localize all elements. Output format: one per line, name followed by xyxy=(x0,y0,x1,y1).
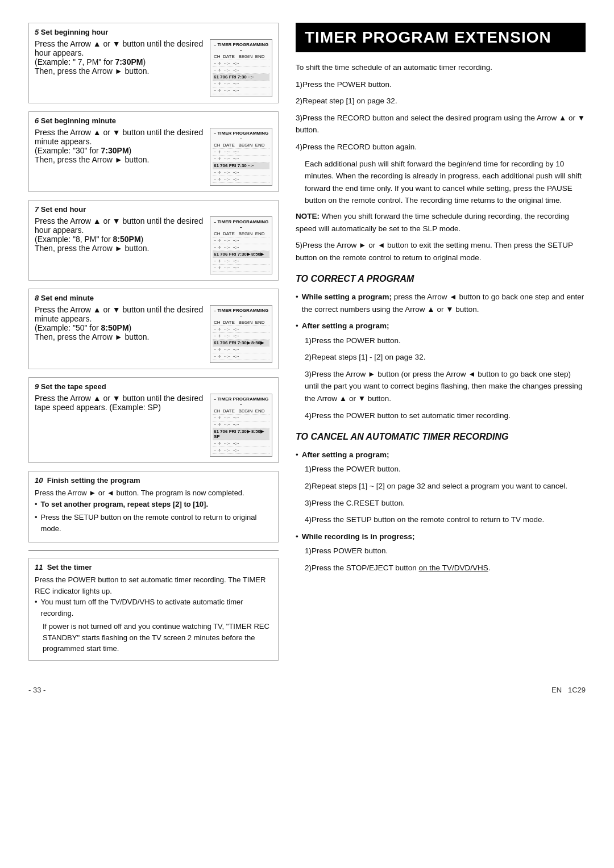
page-layout: 5 Set beginning hour Press the Arrow ▲ o… xyxy=(28,23,586,669)
left-divider xyxy=(28,550,279,551)
step9-num: 9 xyxy=(35,382,39,391)
td9-row-3: 61 706 FRI 7:30▶ 8:50▶ SP xyxy=(213,428,269,440)
cancel-after-step1: 1)Press the POWER button. xyxy=(305,463,586,475)
right-intro: To shift the time schedule of an automat… xyxy=(296,61,586,74)
td9-row-1: ·· ·/· ··:·· ··:·· xyxy=(213,415,269,422)
cancel-after-step4: 4)Press the SETUP button on the remote c… xyxy=(305,514,586,526)
step10-text: Press the Arrow ► or ◄ button. The progr… xyxy=(35,487,272,499)
step8-display-title: – TIMER PROGRAMMING – xyxy=(213,308,269,318)
step7-display-title: – TIMER PROGRAMMING – xyxy=(213,219,269,229)
td8-row-5: ·· ·/· ··:·· ··:·· xyxy=(213,353,269,360)
step7-text: Press the Arrow ▲ or ▼ button until the … xyxy=(35,216,205,253)
correct-title: TO CORRECT A PROGRAM xyxy=(296,272,586,286)
step7-bold: 8:50PM xyxy=(113,235,141,244)
correct-after-steps: 1)Press the POWER button. 2)Repeat steps… xyxy=(305,335,586,422)
cancel-after-label: After setting a program; xyxy=(302,449,389,461)
td6-row-5: ·· ·/· ··:·· ··:·· xyxy=(213,176,269,183)
cancel-after-step3: 3)Press the C.RESET button. xyxy=(305,497,586,510)
step8-text: Press the Arrow ▲ or ▼ button until the … xyxy=(35,305,205,341)
step9-display: – TIMER PROGRAMMING – CH DATE BEGIN END … xyxy=(210,394,272,457)
cancel-title-text: TO CANCEL AN AUTOMATIC TIMER RECORDING xyxy=(296,432,509,441)
cancel-while-label: While recording is in progress; xyxy=(302,531,415,543)
step11-header: 11 Set the timer xyxy=(35,563,272,571)
bullet-dot-cancel1: • xyxy=(296,449,298,461)
right-step4-detail: Each additional push will shift forward … xyxy=(305,158,586,207)
correct-after-step4: 4)Press the POWER button to set automati… xyxy=(305,410,586,422)
step6-display-title: – TIMER PROGRAMMING – xyxy=(213,131,269,141)
right-note: NOTE: When you shift forward the time sc… xyxy=(296,210,586,235)
td-row-2: ·· ·/· ··:·· ··:·· xyxy=(213,67,269,74)
step5-bold: 7:30PM xyxy=(115,57,143,66)
td6-row-1: ·· ·/· ··:·· ··:·· xyxy=(213,149,269,156)
step5-num: 5 xyxy=(35,28,39,36)
td-row-4: ·· ·/· ··:·· ··:·· xyxy=(213,81,269,87)
td7-row-4: ·· ·/· ··:·· ··:·· xyxy=(213,258,269,265)
td-row-1: ·· ·/· ··:·· ··:·· xyxy=(213,60,269,67)
td9-row-4: ·· ·/· ··:·· ··:·· xyxy=(213,440,269,447)
cancel-title: TO CANCEL AN AUTOMATIC TIMER RECORDING xyxy=(296,429,586,444)
footer-lang: EN xyxy=(551,686,562,694)
step7-header: 7 Set end hour xyxy=(35,205,272,214)
step6-header: 6 Set beginning minute xyxy=(35,116,272,125)
step10-block: 10 Finish setting the program Press the … xyxy=(28,471,279,542)
correct-while-text: While setting a program; press the Arrow… xyxy=(302,291,586,315)
correct-after-step1: 1)Press the POWER button. xyxy=(305,335,586,347)
td7-row-3: 61 706 FRI 7:30▶ 8:50▶ xyxy=(213,251,269,258)
step6-bold: 7:30PM xyxy=(101,146,129,155)
correct-after-item: • After setting a program; xyxy=(296,320,586,332)
td9-col-header: CH DATE BEGIN END xyxy=(213,408,269,415)
td8-col-header: CH DATE BEGIN END xyxy=(213,319,269,326)
step11-bullet1-text: You must turn off the TV/DVD/VHS to acti… xyxy=(41,596,272,619)
footer-code: 1C29 xyxy=(568,686,586,694)
cancel-after-step2: 2)Repeat steps [1] ~ [2] on page 32 and … xyxy=(305,480,586,493)
cancel-while-item: • While recording is in progress; xyxy=(296,531,586,543)
step9-title: Set the tape speed xyxy=(41,382,106,391)
step5-block: 5 Set beginning hour Press the Arrow ▲ o… xyxy=(28,23,279,103)
underline-text: on the TV/DVD/VHS xyxy=(419,564,488,572)
correct-while-item: • While setting a program; press the Arr… xyxy=(296,291,586,315)
td7-row-5: ·· ·/· ··:·· ··:·· xyxy=(213,265,269,272)
td6-row-3: 61 706 FRI 7:30 ··:·· xyxy=(213,162,269,169)
page-footer: - 33 - EN 1C29 xyxy=(28,686,586,694)
left-column: 5 Set beginning hour Press the Arrow ▲ o… xyxy=(28,23,279,669)
right-step5: 5)Press the Arrow ► or ◄ button to exit … xyxy=(296,239,586,264)
step5-display-title: – TIMER PROGRAMMING – xyxy=(213,42,269,52)
step6-text: Press the Arrow ▲ or ▼ button until the … xyxy=(35,128,205,164)
bullet-dot-cancel2: • xyxy=(296,531,298,543)
cancel-after-item: • After setting a program; xyxy=(296,449,586,461)
step7-block: 7 Set end hour Press the Arrow ▲ or ▼ bu… xyxy=(28,200,279,281)
bullet-dot-correct2: • xyxy=(296,320,298,332)
right-step2: 2)Repeat step [1] on page 32. xyxy=(296,95,586,107)
td6-row-2: ·· ·/· ··:·· ··:·· xyxy=(213,156,269,162)
step9-block: 9 Set the tape speed Press the Arrow ▲ o… xyxy=(28,377,279,463)
bullet-dot-3: • xyxy=(35,596,38,619)
right-step4: 4)Press the RECORD button again. xyxy=(296,141,586,153)
td8-row-1: ·· ·/· ··:·· ··:·· xyxy=(213,326,269,333)
correct-after-step2: 2)Repeat steps [1] - [2] on page 32. xyxy=(305,351,586,364)
step11-note: If power is not turned off and you conti… xyxy=(43,621,272,654)
step6-num: 6 xyxy=(35,116,39,125)
step11-text: Press the POWER button to set automatic … xyxy=(35,574,272,596)
step9-content: Press the Arrow ▲ or ▼ button until the … xyxy=(35,394,272,457)
step6-content: Press the Arrow ▲ or ▼ button until the … xyxy=(35,128,272,186)
step10-title: Finish setting the program xyxy=(47,476,140,485)
step8-content: Press the Arrow ▲ or ▼ button until the … xyxy=(35,305,272,363)
step10-header: 10 Finish setting the program xyxy=(35,476,272,485)
right-step1: 1)Press the POWER button. xyxy=(296,78,586,91)
step5-title: Set beginning hour xyxy=(41,28,108,36)
step10-num: 10 xyxy=(35,476,43,485)
td8-row-3: 61 706 FRI 7:30▶ 8:50▶ xyxy=(213,340,269,347)
step10-bullet1-text: To set another program, repeat steps [2]… xyxy=(41,499,208,510)
step6-display: – TIMER PROGRAMMING – CH DATE BEGIN END … xyxy=(210,128,272,186)
td9-row-2: ·· ·/· ··:·· ··:·· xyxy=(213,422,269,428)
step8-bold: 8:50PM xyxy=(101,323,129,332)
bullet-dot-1: • xyxy=(35,499,38,510)
td-row-3: 61 706 FRI 7:30 ··:·· xyxy=(213,74,269,81)
step7-display: – TIMER PROGRAMMING – CH DATE BEGIN END … xyxy=(210,216,272,274)
step8-header: 8 Set end minute xyxy=(35,294,272,302)
td7-col-header: CH DATE BEGIN END xyxy=(213,231,269,237)
bullet-dot-2: • xyxy=(35,512,38,534)
td8-row-2: ·· ·/· ··:·· ··:·· xyxy=(213,333,269,340)
step5-content: Press the Arrow ▲ or ▼ button until the … xyxy=(35,39,272,97)
step6-block: 6 Set beginning minute Press the Arrow ▲… xyxy=(28,111,279,192)
